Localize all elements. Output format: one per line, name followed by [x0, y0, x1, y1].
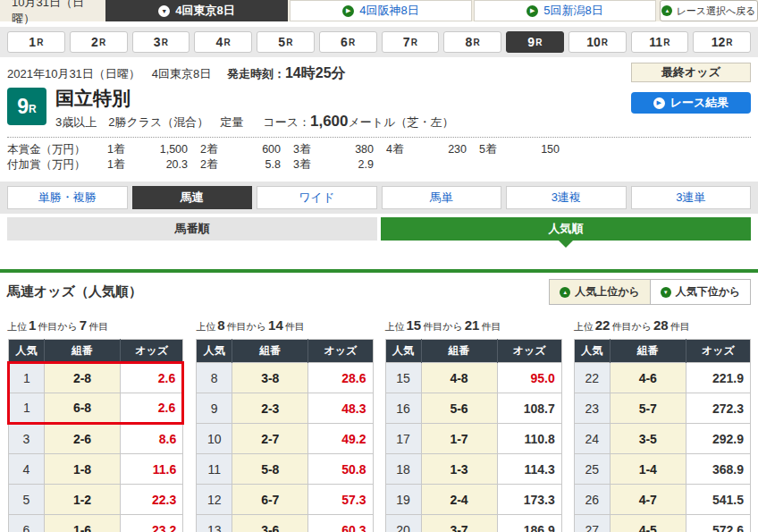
prize-amount: 380: [327, 142, 374, 157]
course-label: コース：: [263, 115, 310, 129]
rank-cell: 24: [574, 424, 610, 454]
race-number-tab[interactable]: 6R: [319, 31, 377, 53]
prize-money-row: 本賞金（万円） 1着 1,500 2着 600 3着 380 4着 230 5着…: [7, 142, 751, 157]
header-rank: 人気: [385, 340, 421, 363]
race-number-tab[interactable]: 7R: [382, 31, 440, 53]
caption-suffix: 件目: [88, 321, 108, 332]
odds-header-row: 人気 組番 オッズ: [574, 340, 750, 363]
odds-table-block: 上位15件目から21件目 人気 組番 オッズ 15 4-8 95.0 16 5-…: [385, 310, 562, 532]
meeting-tab[interactable]: ▼ ▶ 5回新潟8日: [474, 0, 656, 21]
header-rank: 人気: [197, 340, 232, 363]
odds-row: 13 3-6 60.3: [197, 515, 373, 532]
odds-cell: 95.0: [497, 363, 561, 393]
bet-type-tab-label: 単勝・複勝: [38, 190, 97, 206]
chevron-right-icon: ▶: [342, 5, 354, 17]
odds-row: 26 4-7 541.5: [574, 485, 750, 515]
rank-cell: 18: [385, 454, 421, 485]
sort-top-first-button[interactable]: ▲ 人気上位から: [550, 280, 650, 304]
bet-type-tab[interactable]: 馬連: [132, 186, 253, 209]
caption-to-number: 7: [80, 317, 87, 333]
header-odds: オッズ: [497, 340, 561, 363]
odds-cell: 272.3: [686, 393, 750, 424]
race-number-badge: 9R: [7, 88, 46, 125]
prize-place-label: 4着: [386, 142, 420, 157]
meeting-tab-label: 4回東京8日: [175, 3, 234, 19]
caption-prefix: 上位: [7, 321, 27, 332]
caption-mid: 件目から: [38, 321, 78, 332]
bet-type-tab[interactable]: ワイド: [257, 186, 377, 209]
race-number-tab[interactable]: 4R: [194, 31, 252, 53]
prize-amount: 2.9: [327, 157, 374, 173]
race-title-wrap: 国立特別 3歳以上 2勝クラス（混合） 定量コース：1,600メートル（芝・左）: [55, 88, 453, 131]
bet-type-tab[interactable]: 3連複: [506, 186, 627, 209]
pair-cell: 3-5: [610, 424, 686, 454]
pair-cell: 4-7: [610, 485, 686, 515]
prize-pair: 2着 5.8: [200, 157, 293, 173]
sort-bottom-first-button[interactable]: ▼ 人気下位から: [650, 280, 750, 304]
race-number-tab[interactable]: 5R: [257, 31, 315, 53]
race-number-tab[interactable]: 8R: [443, 31, 501, 53]
prize-pair: 4着 230: [386, 142, 479, 157]
header-rank: 人気: [9, 340, 45, 363]
odds-row: 1 6-8 2.6: [9, 393, 183, 424]
header-pair: 組番: [45, 340, 121, 363]
rank-cell: 13: [197, 515, 232, 532]
meeting-tab[interactable]: ▼ ▶ 4回阪神8日: [290, 0, 472, 21]
race-result-button[interactable]: ▶ レース結果: [631, 92, 751, 114]
rank-cell: 17: [385, 424, 421, 454]
race-number-tab[interactable]: 9R: [506, 31, 564, 53]
race-number-tab[interactable]: 1R: [7, 31, 65, 53]
race-tab-suffix: R: [349, 38, 355, 47]
rank-cell: 9: [197, 393, 232, 424]
bet-type-tab-label: 3連複: [552, 190, 581, 206]
pair-cell: 5-6: [421, 393, 497, 424]
bet-type-tab[interactable]: 単勝・複勝: [7, 186, 128, 209]
race-tab-suffix: R: [411, 38, 417, 47]
odds-tables: 上位1件目から7件目 人気 組番 オッズ 1 2-8 2.6 1 6-8 2.6…: [0, 310, 758, 532]
back-to-race-select-button[interactable]: ▲ レース選択へ戻る: [660, 0, 758, 21]
odds-table: 人気 組番 オッズ 15 4-8 95.0 16 5-6 108.7 17 1-…: [385, 339, 562, 532]
tab-popularity-order[interactable]: 人気順: [381, 217, 751, 241]
odds-row: 12 6-7 57.3: [197, 485, 373, 515]
odds-row: 20 3-7 186.9: [385, 515, 561, 532]
header-rank: 人気: [574, 340, 610, 363]
odds-cell: 28.6: [308, 363, 373, 393]
rank-cell: 1: [9, 393, 45, 424]
race-number-tab[interactable]: 12R: [693, 31, 751, 53]
odds-header-row: 人気 組番 オッズ: [9, 340, 183, 363]
caption-prefix: 上位: [385, 321, 405, 332]
caption-prefix: 上位: [196, 321, 215, 332]
rank-cell: 4: [9, 454, 45, 485]
odds-cell: 541.5: [686, 485, 750, 515]
odds-row: 23 5-7 272.3: [574, 393, 750, 424]
race-number-tab[interactable]: 11R: [631, 31, 689, 53]
pair-cell: 3-7: [421, 515, 497, 532]
prize-place-label: 2着: [200, 157, 234, 173]
odds-row: 22 4-6 221.9: [574, 363, 750, 393]
prize-place-label: 3着: [293, 157, 327, 173]
odds-cell: 221.9: [686, 363, 750, 393]
odds-cell: 11.6: [121, 454, 183, 485]
rank-cell: 19: [385, 485, 421, 515]
odds-row: 10 2-7 49.2: [197, 424, 373, 454]
order-tab-label: 人気順: [549, 221, 584, 237]
meeting-tab-label: 5回新潟8日: [543, 3, 602, 19]
race-tab-number: 1: [29, 35, 36, 49]
race-number-tab[interactable]: 3R: [132, 31, 190, 53]
caption-suffix: 件目: [481, 321, 501, 332]
race-conditions: 3歳以上 2勝クラス（混合） 定量コース：1,600メートル（芝・左）: [55, 113, 453, 131]
race-number-tab[interactable]: 2R: [70, 31, 128, 53]
caption-prefix: 上位: [574, 321, 594, 332]
odds-table-block: 上位8件目から14件目 人気 組番 オッズ 8 3-8 28.6 9 2-3 4…: [196, 310, 373, 532]
odds-row: 6 1-6 23.2: [9, 515, 183, 532]
tab-horse-number-order[interactable]: 馬番順: [7, 217, 377, 241]
pair-cell: 3-8: [232, 363, 308, 393]
race-number-tab[interactable]: 10R: [568, 31, 627, 53]
odds-row: 27 4-5 572.6: [574, 515, 750, 532]
meeting-tab[interactable]: ▼ ▶ 4回東京8日: [105, 0, 288, 21]
bet-type-tab[interactable]: 馬単: [382, 186, 502, 209]
bet-type-tab[interactable]: 3連単: [631, 186, 752, 209]
table-range-caption: 上位1件目から7件目: [7, 317, 184, 334]
odds-cell: 50.8: [308, 454, 373, 485]
caption-suffix: 件目: [285, 321, 305, 332]
